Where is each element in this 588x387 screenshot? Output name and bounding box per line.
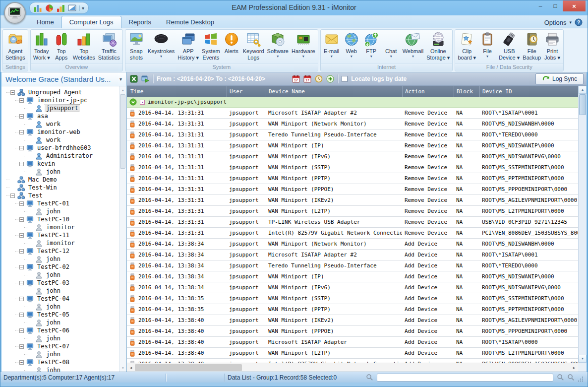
tree-scroll-down-icon[interactable]: ▾ xyxy=(119,364,126,372)
tab-reports[interactable]: Reports xyxy=(121,16,159,28)
web-button[interactable]: Web▾ xyxy=(342,31,361,64)
locate-logs-checkbox[interactable] xyxy=(342,76,348,82)
tree-item-testpc-04[interactable]: −TestPC-04 xyxy=(1,295,119,303)
calendar-to-icon[interactable]: 17 xyxy=(303,75,311,83)
tree-item-ungrouped-agent[interactable]: −Ungrouped Agent xyxy=(1,88,119,96)
table-row[interactable]: 2016-04-14, 13:38:34jpsupportMicrosoft I… xyxy=(127,250,578,260)
options-dropdown-arrow[interactable]: ▾ xyxy=(569,20,572,25)
scroll-left-icon[interactable]: ◂ xyxy=(127,364,135,372)
collapse-expander-icon[interactable]: − xyxy=(19,328,24,333)
tree-item-work[interactable]: work xyxy=(1,136,119,144)
tree-item-testpc-10[interactable]: −TestPC-10 xyxy=(1,215,119,223)
collapse-expander-icon[interactable]: − xyxy=(19,130,24,134)
tree-item-john[interactable]: john xyxy=(1,207,119,215)
agent-settings-button[interactable]: AgentSettings xyxy=(4,31,27,64)
table-row[interactable]: 2016-04-14, 13:31:31jpsupportWAN Minipor… xyxy=(127,173,578,184)
collapse-expander-icon[interactable]: − xyxy=(19,249,24,254)
log-search-input[interactable] xyxy=(377,374,553,382)
online-storage-button[interactable]: OnlineStorage ▾ xyxy=(425,31,451,64)
system-events-button[interactable]: SystemEvents xyxy=(200,31,222,64)
table-row[interactable]: 2016-04-14, 13:38:40jpsupportWAN Minipor… xyxy=(127,348,578,359)
tree-item-kevin[interactable]: −kevin xyxy=(1,160,119,168)
collapse-expander-icon[interactable]: − xyxy=(19,146,24,150)
tree-scrollbar[interactable]: ▴ ▾ xyxy=(119,86,126,372)
screen-icon[interactable] xyxy=(68,4,76,12)
table-vertical-scrollbar[interactable]: ▴ ▾ xyxy=(578,86,587,363)
sidebar-dropdown-arrow[interactable]: ▾ xyxy=(119,76,122,82)
snap-shots-button[interactable]: Snapshots xyxy=(126,31,146,64)
column-header-block[interactable]: Block xyxy=(454,86,479,97)
scroll-right-icon[interactable]: ▸ xyxy=(570,364,578,372)
group-checkbox[interactable] xyxy=(140,100,145,105)
tree-item-testpc-11[interactable]: −TestPC-11 xyxy=(1,231,119,239)
hardware-button[interactable]: Hardware▾ xyxy=(290,31,317,64)
table-row[interactable]: 2016-04-14, 13:31:31jpsupportIntel(R) 82… xyxy=(127,228,578,239)
tree-item-testpc-02[interactable]: −TestPC-02 xyxy=(1,263,119,271)
tree-item-john[interactable]: john xyxy=(1,350,119,358)
table-row[interactable]: 2016-04-14, 13:31:31jpsupportMicrosoft I… xyxy=(127,108,578,119)
traffic-statistics-button[interactable]: TrafficStatistics xyxy=(97,31,121,64)
app-history-button[interactable]: APPHistory ▾ xyxy=(176,31,200,64)
table-row[interactable]: 2016-04-14, 13:31:31jpsupportWAN Minipor… xyxy=(127,206,578,217)
maximize-button[interactable]: □ xyxy=(548,0,563,11)
table-horizontal-scrollbar[interactable]: ◂ ▸ xyxy=(127,363,578,372)
tree-item-john[interactable]: john xyxy=(1,319,119,326)
collapse-expander-icon[interactable]: − xyxy=(19,233,24,238)
print-jobs-button[interactable]: PrintJobs ▾ xyxy=(542,31,562,64)
file-button[interactable]: File▾ xyxy=(477,31,497,64)
table-row[interactable]: 2016-04-14, 13:31:31jpsupportWAN Minipor… xyxy=(127,162,578,173)
tree-item-mac-demo[interactable]: Mac Demo xyxy=(1,176,119,184)
collapse-expander-icon[interactable]: − xyxy=(19,297,24,301)
tree-item-testpc-05[interactable]: −TestPC-05 xyxy=(1,311,119,319)
tree-scroll-up-icon[interactable]: ▴ xyxy=(119,86,126,94)
collapse-group-icon[interactable] xyxy=(129,98,137,106)
top-apps-button[interactable]: TopApps xyxy=(52,31,71,64)
column-header-device-name[interactable]: Device Name xyxy=(266,86,402,97)
log-sync-button[interactable]: Log Sync xyxy=(535,73,584,84)
tree-item-testpc-01[interactable]: −TestPC-01 xyxy=(1,199,119,207)
top-websites-button[interactable]: TopWebsites xyxy=(71,31,97,64)
tree-item-john[interactable]: john xyxy=(1,287,119,295)
zoom-in-magnifier-icon[interactable] xyxy=(567,374,575,381)
keyword-logs-button[interactable]: KeywordLogs xyxy=(241,31,266,64)
tab-computer-logs[interactable]: Computer Logs xyxy=(61,16,121,28)
table-row[interactable]: 2016-04-14, 13:38:40jpsupportIntel(R) 82… xyxy=(127,359,578,363)
table-row[interactable]: 2016-04-14, 13:38:34jpsupportWAN Minipor… xyxy=(127,271,578,282)
tree-item-asa[interactable]: −asa xyxy=(1,112,119,120)
alerts-button[interactable]: Alerts xyxy=(222,31,241,64)
pie-chart-icon[interactable] xyxy=(45,4,54,12)
chat-button[interactable]: Chat▾ xyxy=(381,31,401,64)
table-row[interactable]: 2016-04-14, 13:38:40jpsupportMicrosoft I… xyxy=(127,337,578,348)
file-backup-button[interactable]: FileBackup xyxy=(521,31,542,64)
application-menu-button[interactable] xyxy=(4,2,26,24)
table-row[interactable]: 2016-04-14, 13:38:34jpsupportTeredo Tunn… xyxy=(127,260,578,271)
tree-item-administrator[interactable]: Administrator xyxy=(1,152,119,160)
tree-item-work[interactable]: work xyxy=(1,120,119,128)
table-row[interactable]: 2016-04-14, 13:38:35jpsupportWAN Minipor… xyxy=(127,304,578,315)
help-icon[interactable]: ? xyxy=(575,18,583,26)
table-row[interactable]: 2016-04-14, 13:31:31jpsupportWAN Minipor… xyxy=(127,140,578,151)
tree-item-testpc-08[interactable]: −TestPC-08 xyxy=(1,358,119,366)
calendar-from-icon[interactable]: 17 xyxy=(292,75,300,83)
bar-chart-icon[interactable] xyxy=(34,4,42,12)
tab-home[interactable]: Home xyxy=(29,16,61,28)
keystrokes-button[interactable]: Keystrokes▾ xyxy=(146,31,176,64)
column-header-device-id[interactable]: Device ID xyxy=(479,86,578,97)
column-header-user[interactable]: User xyxy=(227,86,266,97)
vertical-scroll-thumb[interactable] xyxy=(579,94,586,115)
scroll-down-icon[interactable]: ▾ xyxy=(579,355,587,363)
collapse-expander-icon[interactable]: − xyxy=(19,162,24,166)
table-row[interactable]: 2016-04-14, 13:38:34jpsupportWAN Minipor… xyxy=(127,239,578,250)
table-row[interactable]: 2016-04-14, 13:31:31jpsupportWAN Minipor… xyxy=(127,151,578,162)
tree-item-john[interactable]: john xyxy=(1,366,119,372)
usb-device-button[interactable]: USBDevice ▾ xyxy=(497,31,521,64)
html-export-icon[interactable] xyxy=(141,75,149,83)
resize-grip[interactable] xyxy=(577,377,583,383)
column-header-time[interactable]: Time xyxy=(127,86,227,97)
collapse-expander-icon[interactable]: − xyxy=(19,344,24,349)
tree-scroll-thumb[interactable] xyxy=(120,94,125,169)
tree-item-imonitor[interactable]: imonitor xyxy=(1,239,119,247)
table-row[interactable]: 2016-04-14, 13:38:35jpsupportWAN Minipor… xyxy=(127,293,578,304)
sidebar-header[interactable]: Welcome Grace (Standard Us... ▾ xyxy=(1,72,126,86)
webmail-button[interactable]: Webmail▾ xyxy=(401,31,425,64)
